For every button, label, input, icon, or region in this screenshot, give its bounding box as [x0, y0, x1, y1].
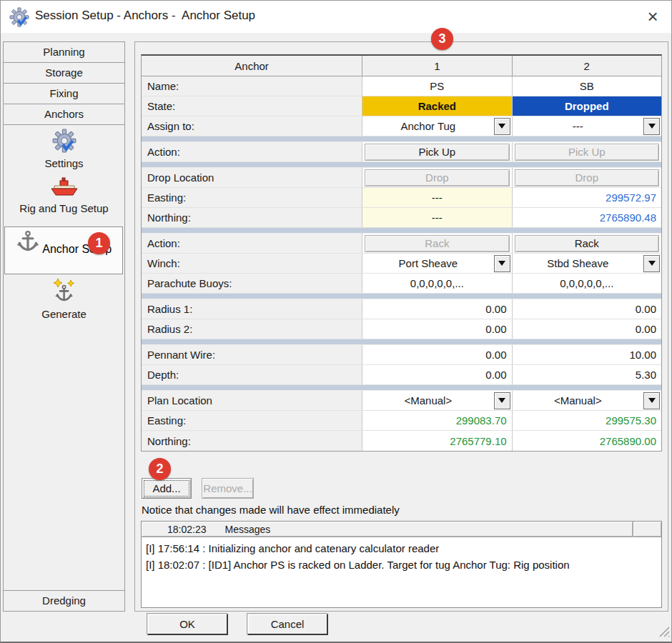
message-line: [I] 18:02:07 : [ID1] Anchor PS is racked… [146, 557, 657, 573]
messages-header-time: 18:02:23 [167, 524, 207, 535]
messages-list: [I] 17:56:14 : Initializing anchor and c… [142, 537, 661, 576]
table-row-action-rack: Action: Rack Rack [142, 234, 661, 254]
sidebar-item-dredging[interactable]: Dredging [4, 590, 124, 611]
parachute-cell-anchor1[interactable]: 0,0,0,0,0,... [362, 274, 511, 293]
sidebar-item-anchors[interactable]: Anchors [4, 104, 124, 125]
sidebar-item-label: Rig and Tug Setup [4, 202, 124, 214]
winch-dropdown-anchor2[interactable]: Stbd Sheave [512, 254, 661, 273]
dropdown-value: <Manual> [513, 394, 643, 407]
dropdown-value: Port Sheave [362, 257, 493, 269]
add-button[interactable]: Add... [142, 478, 192, 499]
rack-button-anchor2[interactable]: Rack [515, 235, 659, 252]
table-row-name: Name: PS SB [142, 76, 661, 96]
depth-cell-anchor1[interactable]: 0.00 [362, 365, 511, 384]
name-cell-anchor1[interactable]: PS [362, 76, 511, 96]
table-row-radius1: Radius 1: 0.00 0.00 [142, 299, 661, 319]
table-row-depth: Depth: 0.00 5.30 [142, 365, 661, 385]
header-anchor-2: 2 [512, 56, 661, 76]
drop-easting-cell-anchor2[interactable]: 299572.97 [512, 188, 661, 207]
table-row-drop-easting: Easting: --- 299572.97 [142, 188, 661, 208]
plan-location-dropdown-anchor2[interactable]: <Manual> [512, 391, 661, 410]
plan-easting-cell-anchor1[interactable]: 299083.70 [362, 411, 511, 430]
row-label: Depth: [142, 365, 362, 384]
cell: Drop [512, 168, 661, 187]
table-row-drop-location: Drop Location Drop Drop [142, 168, 661, 188]
messages-header-end [633, 522, 661, 537]
radius1-cell-anchor1[interactable]: 0.00 [362, 299, 511, 319]
drop-northing-cell-anchor2[interactable]: 2765890.48 [512, 208, 661, 227]
cell: Rack [512, 234, 661, 253]
sidebar: Planning Storage Fixing Anchors Setti [3, 41, 125, 612]
plan-northing-cell-anchor1[interactable]: 2765779.10 [362, 431, 511, 451]
header-anchor-1: 1 [362, 56, 511, 76]
chevron-down-icon[interactable] [643, 255, 660, 272]
ok-button[interactable]: OK [147, 614, 228, 635]
chevron-down-icon[interactable] [494, 118, 510, 135]
sidebar-item-rig-and-tug-setup[interactable]: Rig and Tug Setup [4, 176, 124, 214]
pick-up-button-anchor1[interactable]: Pick Up [365, 144, 509, 161]
row-label: Action: [142, 234, 362, 253]
sidebar-item-planning[interactable]: Planning [4, 42, 124, 63]
close-icon[interactable]: × [641, 5, 664, 28]
row-label: Radius 1: [142, 299, 362, 319]
chevron-down-icon[interactable] [494, 392, 510, 409]
cancel-button[interactable]: Cancel [247, 614, 328, 635]
separator-row [142, 339, 661, 345]
resize-grip-icon[interactable] [657, 624, 670, 640]
session-setup-dialog: Session Setup - Anchors - Anchor Setup ×… [0, 0, 672, 643]
table-row-assign-to: Assign to: Anchor Tug --- [142, 116, 661, 136]
chevron-down-icon[interactable] [494, 255, 510, 272]
chevron-down-icon[interactable] [643, 118, 660, 135]
sidebar-item-label: Generate [4, 308, 124, 320]
chevron-down-icon[interactable] [643, 392, 660, 409]
parachute-cell-anchor2[interactable]: 0,0,0,0,0,... [512, 274, 661, 293]
separator-row [142, 228, 661, 234]
cell: Pick Up [362, 142, 511, 161]
table-header-row: Anchor 1 2 [142, 56, 661, 76]
header-anchor: Anchor [142, 56, 362, 76]
row-label: Name: [142, 76, 362, 96]
table-row-plan-location: Plan Location <Manual> <Manual> [142, 391, 661, 411]
row-label: Easting: [142, 188, 362, 207]
notice-text: Notice that changes made will have effec… [142, 504, 400, 516]
radius1-cell-anchor2[interactable]: 0.00 [512, 299, 661, 319]
step-badge-1: 1 [88, 232, 110, 254]
row-label: Pennant Wire: [142, 345, 362, 364]
pick-up-button-anchor2: Pick Up [515, 144, 659, 161]
messages-header-main[interactable]: 18:02:23 Messages [142, 522, 633, 537]
step-badge-3: 3 [431, 28, 453, 50]
separator-row [142, 162, 661, 168]
assign-to-dropdown-anchor1[interactable]: Anchor Tug [362, 116, 511, 136]
plan-northing-cell-anchor2[interactable]: 2765890.00 [512, 431, 661, 451]
sidebar-item-storage[interactable]: Storage [4, 63, 124, 84]
gear-check-icon [9, 7, 29, 27]
table-row-action-pickup: Action: Pick Up Pick Up [142, 142, 661, 162]
messages-header-label: Messages [225, 524, 271, 535]
pennant-cell-anchor1[interactable]: 0.00 [362, 345, 511, 364]
row-label: Drop Location [142, 168, 362, 187]
drop-button-anchor1: Drop [365, 169, 509, 186]
sidebar-item-fixing[interactable]: Fixing [4, 84, 124, 104]
remove-button: Remove... [202, 478, 254, 499]
step-badge-2: 2 [149, 458, 171, 480]
radius2-cell-anchor1[interactable]: 0.00 [362, 319, 511, 339]
pennant-cell-anchor2[interactable]: 10.00 [512, 345, 661, 364]
sidebar-item-label: Settings [4, 157, 124, 169]
radius2-cell-anchor2[interactable]: 0.00 [512, 319, 661, 339]
table-row-plan-northing: Northing: 2765779.10 2765890.00 [142, 431, 661, 451]
depth-cell-anchor2[interactable]: 5.30 [512, 365, 661, 384]
cell: Rack [362, 234, 511, 253]
separator-row [142, 385, 661, 391]
row-label: Northing: [142, 208, 362, 227]
messages-header: 18:02:23 Messages [142, 522, 661, 537]
assign-to-dropdown-anchor2[interactable]: --- [512, 116, 661, 136]
sidebar-item-generate[interactable]: Generate [4, 278, 124, 320]
plan-location-dropdown-anchor1[interactable]: <Manual> [362, 391, 511, 410]
row-label: State: [142, 96, 362, 116]
plan-easting-cell-anchor2[interactable]: 299575.30 [512, 411, 661, 430]
winch-dropdown-anchor1[interactable]: Port Sheave [362, 254, 511, 273]
name-cell-anchor2[interactable]: SB [512, 76, 661, 96]
anchor-setup-panel: Anchor 1 2 Name: PS SB State: Racked Dro… [134, 41, 668, 612]
dropdown-value: --- [513, 120, 643, 132]
sidebar-item-settings[interactable]: Settings [4, 129, 124, 169]
